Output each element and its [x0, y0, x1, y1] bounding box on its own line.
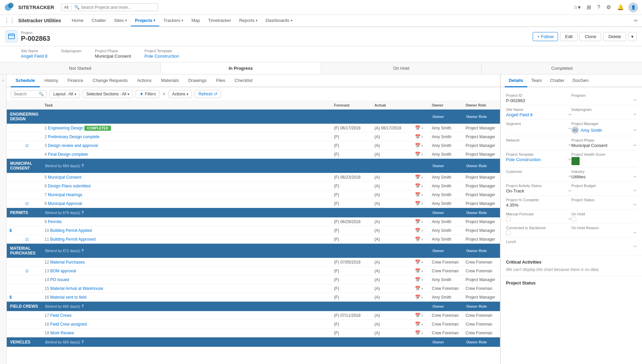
task-link[interactable]: Engineering Design	[48, 126, 83, 130]
dropdown-arrow[interactable]: ▾	[421, 296, 423, 299]
schedule-search-input[interactable]	[14, 92, 37, 96]
dropdown-arrow[interactable]: ▾	[421, 269, 423, 273]
detail-project-template-link[interactable]: Pole Construction	[506, 157, 541, 162]
task-link[interactable]: Municipal Consent	[48, 175, 81, 180]
dropdown-arrow[interactable]: ▾	[421, 202, 423, 206]
calendar-icon[interactable]: 📅	[415, 237, 420, 242]
global-search[interactable]: All 🔍	[61, 3, 158, 11]
task-link[interactable]: Municipal Hearings	[48, 192, 82, 197]
filter-clear-btn[interactable]: ✕	[162, 92, 166, 96]
calendar-icon[interactable]: 📅	[415, 277, 420, 282]
calendar-icon[interactable]: 📅	[415, 330, 420, 335]
selected-sections-dropdown[interactable]: Selected Sections : All ▾	[83, 90, 133, 98]
dropdown-arrow[interactable]: ▾	[421, 278, 423, 282]
calendar-icon[interactable]: 📅	[415, 125, 420, 130]
nav-sites[interactable]: Sites ▾	[110, 15, 131, 26]
right-tab-details[interactable]: Details	[505, 74, 527, 87]
status-in-progress[interactable]: In Progress	[161, 62, 321, 74]
calendar-icon[interactable]: 📅	[415, 134, 420, 139]
add-btn[interactable]: ⊞	[585, 3, 592, 12]
actions-dropdown[interactable]: Actions ▾	[168, 90, 192, 98]
industry-edit-icon[interactable]: ✏	[634, 175, 637, 179]
pm-link[interactable]: Amy Smith	[581, 128, 602, 133]
calendar-icon[interactable]: 📅	[415, 201, 420, 206]
favorites-btn[interactable]: ☆▾	[572, 3, 582, 12]
program-edit-icon[interactable]: ✏	[634, 98, 637, 102]
tab-change-requests[interactable]: Change Requests	[88, 74, 133, 87]
user-avatar[interactable]: 👤	[629, 3, 638, 12]
dropdown-arrow[interactable]: ▾	[421, 229, 423, 233]
dropdown-arrow[interactable]: ▾	[421, 135, 423, 139]
task-link[interactable]: Material sent to field	[50, 295, 86, 300]
task-checkbox[interactable]: ☑	[25, 237, 29, 241]
task-checkbox[interactable]: ☑	[25, 144, 29, 148]
tab-schedule[interactable]: Schedule	[11, 74, 40, 87]
dropdown-arrow[interactable]: ▾	[421, 323, 423, 326]
task-link[interactable]: Building Permit Applied	[50, 228, 92, 233]
calendar-icon[interactable]: 📅	[415, 183, 420, 188]
refresh-button[interactable]: Refresh ↺	[195, 90, 221, 98]
task-checkbox[interactable]: ☑	[25, 202, 29, 206]
connected-backbone-checkbox[interactable]	[506, 231, 511, 235]
tab-checklist[interactable]: Checklist	[230, 74, 257, 87]
calendar-icon[interactable]: 📅	[415, 143, 420, 148]
calendar-icon[interactable]: 📅	[415, 152, 420, 157]
customer-edit-icon[interactable]: ✏	[568, 174, 571, 179]
project-template-link[interactable]: Pole Construction	[144, 54, 179, 59]
task-link[interactable]: Municipal Approval	[48, 201, 82, 206]
nav-chatter[interactable]: Chatter	[88, 15, 110, 26]
nav-reports[interactable]: Reports ▾	[235, 15, 262, 26]
dropdown-arrow[interactable]: ▾	[421, 314, 423, 317]
tab-files[interactable]: Files	[211, 74, 230, 87]
right-tab-team[interactable]: Team	[527, 74, 546, 87]
task-link[interactable]: Preliminary Design complete	[48, 134, 100, 139]
task-link[interactable]: Building Permit Approved	[50, 237, 96, 242]
status-on-hold[interactable]: On Hold	[321, 62, 482, 74]
template-edit-icon[interactable]: ✏	[568, 157, 571, 162]
calendar-icon[interactable]: 📅	[415, 286, 420, 291]
dropdown-arrow[interactable]: ▾	[421, 220, 423, 224]
task-link[interactable]: Field Crews	[50, 313, 72, 318]
on-hold-checkbox[interactable]	[571, 217, 576, 221]
clone-button[interactable]: Clone	[580, 32, 601, 41]
task-checkbox[interactable]: ☑	[25, 269, 29, 273]
tab-finance[interactable]: Finance	[63, 74, 88, 87]
activity-status-edit-icon[interactable]: ✏	[568, 189, 571, 193]
calendar-icon[interactable]: 📅	[415, 268, 420, 273]
nav-home[interactable]: Home	[68, 15, 88, 26]
schedule-search-wrap[interactable]: 🔍	[11, 90, 47, 98]
calendar-icon[interactable]: 📅	[415, 192, 420, 197]
filters-button[interactable]: ▼ Filters	[136, 90, 160, 98]
calendar-icon[interactable]: 📅	[415, 322, 420, 327]
task-link[interactable]: Work Review	[50, 331, 74, 335]
dropdown-arrow[interactable]: ▾	[421, 287, 423, 291]
right-tab-chatter[interactable]: Chatter	[546, 74, 568, 87]
manual-forecast-edit-icon[interactable]: ✏	[568, 217, 571, 221]
nav-map[interactable]: Map	[187, 15, 204, 26]
dropdown-arrow[interactable]: ▾	[421, 331, 423, 335]
section-help-icon[interactable]: ?	[81, 210, 84, 215]
dropdown-arrow[interactable]: ▾	[421, 176, 423, 179]
calendar-icon[interactable]: 📅	[415, 313, 420, 318]
section-help-icon[interactable]: ?	[81, 340, 84, 344]
tab-drawings[interactable]: Drawings	[184, 74, 211, 87]
settings-btn[interactable]: ⚙	[605, 3, 612, 12]
layout-dropdown[interactable]: Layout : All ▾	[50, 90, 80, 98]
tab-actions[interactable]: Actions	[133, 74, 157, 87]
section-help-icon[interactable]: ?	[81, 304, 84, 309]
more-button[interactable]: ▾	[628, 32, 637, 41]
network-edit-icon[interactable]: ✏	[568, 143, 571, 147]
delete-button[interactable]: Delete	[603, 32, 626, 41]
segment-edit-icon[interactable]: ✏	[568, 126, 571, 131]
calendar-icon[interactable]: 📅	[415, 219, 420, 224]
calendar-icon[interactable]: 📅	[415, 228, 420, 233]
dropdown-arrow[interactable]: ▾	[421, 144, 423, 148]
phase-edit-icon[interactable]: ✏	[634, 143, 637, 148]
manual-forecast-checkbox[interactable]	[506, 217, 511, 221]
help-btn[interactable]: ?	[596, 3, 602, 12]
task-link[interactable]: Design review and approval	[48, 143, 98, 148]
grid-icon[interactable]: ⋮⋮	[4, 18, 15, 24]
section-help-icon[interactable]: ?	[81, 248, 84, 253]
scope-selector[interactable]: All	[64, 5, 72, 10]
task-link[interactable]: Material Arrival at Warehouse	[50, 286, 103, 291]
